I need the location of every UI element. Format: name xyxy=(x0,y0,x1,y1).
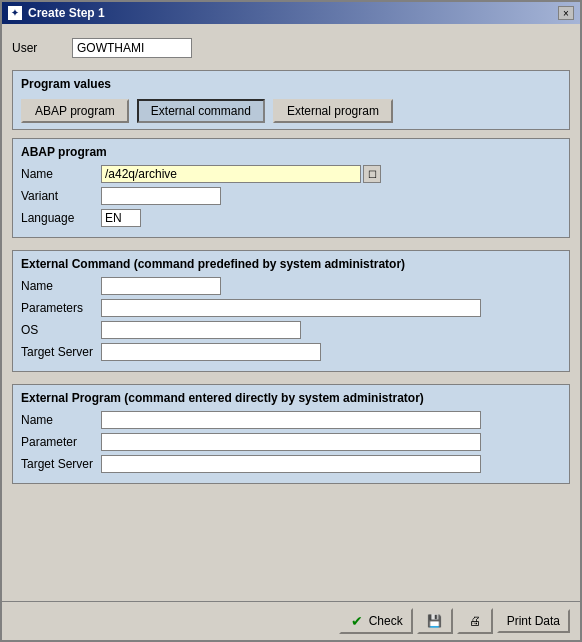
abap-program-button[interactable]: ABAP program xyxy=(21,99,129,123)
ext-cmd-server-input[interactable] xyxy=(101,343,321,361)
abap-variant-label: Variant xyxy=(21,189,101,203)
abap-name-input[interactable] xyxy=(101,165,361,183)
abap-name-label: Name xyxy=(21,167,101,181)
external-program-section: External Program (command entered direct… xyxy=(12,384,570,484)
print-data-button[interactable]: Print Data xyxy=(497,609,570,633)
ext-prog-parameter-label: Parameter xyxy=(21,435,101,449)
print-data-label: Print Data xyxy=(507,614,560,628)
ext-cmd-server-label: Target Server xyxy=(21,345,101,359)
ext-prog-server-row: Target Server xyxy=(21,455,561,473)
main-window: ✦ Create Step 1 × User Program values AB… xyxy=(0,0,582,642)
abap-variant-row: Variant xyxy=(21,187,561,205)
abap-language-label: Language xyxy=(21,211,101,225)
save-button[interactable]: 💾 xyxy=(417,608,453,634)
abap-variant-input[interactable] xyxy=(101,187,221,205)
ext-cmd-os-label: OS xyxy=(21,323,101,337)
ext-prog-name-label: Name xyxy=(21,413,101,427)
external-command-section: External Command (command predefined by … xyxy=(12,250,570,372)
ext-cmd-name-label: Name xyxy=(21,279,101,293)
print-button[interactable]: 🖨 xyxy=(457,608,493,634)
close-button[interactable]: × xyxy=(558,6,574,20)
ext-cmd-name-input[interactable] xyxy=(101,277,221,295)
ext-prog-server-label: Target Server xyxy=(21,457,101,471)
ext-cmd-parameters-label: Parameters xyxy=(21,301,101,315)
title-bar: ✦ Create Step 1 × xyxy=(2,2,580,24)
user-input[interactable] xyxy=(72,38,192,58)
window-title: Create Step 1 xyxy=(28,6,105,20)
abap-program-title: ABAP program xyxy=(21,145,561,159)
abap-name-search-button[interactable]: ☐ xyxy=(363,165,381,183)
ext-prog-server-input[interactable] xyxy=(101,455,481,473)
abap-program-section: ABAP program Name ☐ Variant Language xyxy=(12,138,570,238)
abap-language-row: Language xyxy=(21,209,561,227)
ext-cmd-os-row: OS xyxy=(21,321,561,339)
user-label: User xyxy=(12,41,62,55)
external-program-title: External Program (command entered direct… xyxy=(21,391,561,405)
main-content: User Program values ABAP program Externa… xyxy=(2,24,580,601)
program-values-section: Program values ABAP program External com… xyxy=(12,70,570,130)
ext-prog-name-input[interactable] xyxy=(101,411,481,429)
check-label: Check xyxy=(369,614,403,628)
external-command-button[interactable]: External command xyxy=(137,99,265,123)
external-command-title: External Command (command predefined by … xyxy=(21,257,561,271)
ext-cmd-name-row: Name xyxy=(21,277,561,295)
ext-prog-parameter-row: Parameter xyxy=(21,433,561,451)
external-program-button[interactable]: External program xyxy=(273,99,393,123)
abap-name-row: Name ☐ xyxy=(21,165,561,183)
abap-language-input[interactable] xyxy=(101,209,141,227)
ext-cmd-server-row: Target Server xyxy=(21,343,561,361)
check-button[interactable]: ✔ Check xyxy=(339,608,413,634)
print-icon: 🖨 xyxy=(467,613,483,629)
ext-prog-parameter-input[interactable] xyxy=(101,433,481,451)
ext-cmd-os-input[interactable] xyxy=(101,321,301,339)
program-buttons-row: ABAP program External command External p… xyxy=(21,99,561,123)
save-icon: 💾 xyxy=(427,613,443,629)
user-row: User xyxy=(12,34,570,62)
window-icon: ✦ xyxy=(8,6,22,20)
ext-prog-name-row: Name xyxy=(21,411,561,429)
bottom-bar: ✔ Check 💾 🖨 Print Data xyxy=(2,601,580,640)
ext-cmd-parameters-input[interactable] xyxy=(101,299,481,317)
program-values-title: Program values xyxy=(21,77,561,91)
check-icon: ✔ xyxy=(349,613,365,629)
ext-cmd-parameters-row: Parameters xyxy=(21,299,561,317)
title-bar-left: ✦ Create Step 1 xyxy=(8,6,105,20)
